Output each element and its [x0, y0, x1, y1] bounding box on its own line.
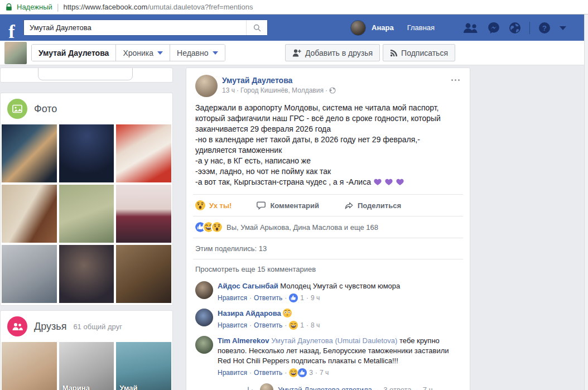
comment-reply-link[interactable]: Ответить: [254, 320, 282, 330]
photo-grid: [1, 124, 172, 303]
post-time[interactable]: 13 ч: [222, 86, 235, 94]
comment-like-link[interactable]: Нравится: [218, 320, 247, 330]
reactions-row: Вы, Умай Арыкова, Дина Маслова и еще 168: [193, 216, 463, 238]
friend-name[interactable]: Умай Арыкова: [119, 384, 171, 390]
header-profile-link[interactable]: Анара: [372, 23, 394, 32]
post-text-line: -но в календаре нет такой даты, в 2026 г…: [195, 134, 461, 156]
friends-section-header[interactable]: Друзья 61 общий друг: [1, 311, 172, 342]
photo-thumbnail[interactable]: [59, 245, 114, 303]
friend-tile[interactable]: Марина Мирошник: [59, 342, 114, 390]
svg-text:?: ?: [542, 23, 547, 32]
comment-time[interactable]: 7 ч: [320, 368, 329, 378]
comment-reaction-count[interactable]: 3: [309, 368, 313, 378]
post-card: Умутай Даулетова 13 ч · Город Кишинёв, М…: [186, 68, 470, 390]
comment-mention-link[interactable]: Умутай Даулетова (Umutai Dauletova): [271, 336, 397, 345]
notifications-globe-icon: [508, 21, 522, 35]
photo-thumbnail[interactable]: [116, 185, 171, 243]
timeline-tab-label: Хроника: [123, 49, 153, 57]
photo-thumbnail[interactable]: [2, 124, 57, 182]
comment-avatar[interactable]: [195, 336, 213, 354]
share-label: Поделиться: [358, 201, 401, 210]
like-reaction-icon[interactable]: [298, 368, 307, 377]
reply-arrow-icon: [247, 386, 256, 390]
sort-dropdown[interactable]: Недавно: [170, 45, 225, 61]
comment: Tim Almerekov Умутай Даулетова (Umutai D…: [195, 336, 461, 390]
haha-reaction-icon[interactable]: [289, 368, 298, 377]
photo-thumbnail[interactable]: [59, 124, 114, 182]
flushed-emoji-icon: [283, 309, 292, 317]
url-text[interactable]: https://www.facebook.com/umutai.dauletov…: [63, 3, 253, 11]
sidebar-stub-box: [38, 68, 133, 80]
comment-time[interactable]: 9 ч: [311, 293, 320, 303]
url-path: /umutai.dauletova?fref=mentions: [147, 3, 253, 11]
comment-time[interactable]: 8 ч: [311, 320, 320, 330]
browser-address-bar[interactable]: Надежный | https://www.facebook.com/umut…: [0, 0, 588, 15]
comment-like-link[interactable]: Нравится: [218, 293, 247, 303]
comment-author-link[interactable]: Айдос Сагынбай: [218, 282, 278, 290]
header-right: Анара Главная ?: [350, 15, 567, 41]
photo-thumbnail[interactable]: [116, 124, 171, 182]
reaction-badges[interactable]: [195, 222, 220, 232]
reply-time[interactable]: 7 ч: [423, 385, 433, 390]
main-column: Умутай Даулетова 13 ч · Город Кишинёв, М…: [186, 68, 470, 390]
timeline-tab[interactable]: Хроника: [116, 45, 170, 61]
follow-button[interactable]: Подписаться: [383, 44, 455, 61]
messenger-button[interactable]: [487, 21, 500, 35]
photo-thumbnail[interactable]: [59, 185, 114, 243]
photos-section-header[interactable]: Фото: [1, 93, 172, 124]
comment-reaction-count[interactable]: 1: [300, 320, 304, 330]
meta-dot: ·: [377, 385, 379, 390]
comment-author-link[interactable]: Назира Айдарова: [218, 309, 281, 317]
photo-thumbnail[interactable]: [2, 245, 57, 303]
profile-nav-avatar[interactable]: [4, 42, 27, 64]
post-author-avatar[interactable]: [195, 75, 218, 97]
search-button[interactable]: [246, 20, 267, 35]
like-reaction-icon[interactable]: [289, 293, 298, 302]
friend-requests-icon: [462, 22, 479, 34]
reactions-summary[interactable]: Вы, Умай Арыкова, Дина Маслова и еще 168: [226, 223, 378, 232]
reply-thread-row[interactable]: Умутай Даулетова ответила · 3 ответа · 7…: [247, 383, 461, 390]
header-home-link[interactable]: Главная: [407, 23, 435, 32]
account-menu-button[interactable]: [559, 25, 567, 31]
comment-author-link[interactable]: Tim Almerekov: [218, 336, 269, 345]
post-location-link[interactable]: Город Кишинёв, Молдавия: [240, 86, 324, 94]
post-text-line: -а вот так, Кыргызстан-страна чудес , а …: [195, 177, 461, 187]
friend-tile[interactable]: Нурай Марс: [2, 342, 57, 390]
reply-author-link[interactable]: Умутай Даулетова ответила: [278, 385, 372, 390]
friend-tile[interactable]: Умай Арыкова: [116, 342, 171, 390]
friend-name[interactable]: Марина Мирошник: [62, 384, 114, 390]
shares-row[interactable]: Этим поделились: 13: [193, 238, 463, 259]
add-friend-button[interactable]: Добавить в друзья: [285, 44, 380, 61]
wow-reaction-button[interactable]: Ух ты!: [195, 200, 232, 210]
comment-like-link[interactable]: Нравится: [218, 368, 247, 378]
meta-dot: ·: [315, 368, 317, 378]
notifications-button[interactable]: [508, 21, 522, 35]
comment-button[interactable]: Комментарий: [256, 200, 319, 210]
haha-reaction-icon[interactable]: [289, 321, 298, 330]
view-more-comments-link[interactable]: Просмотреть еще 15 комментариев: [195, 264, 461, 277]
share-button[interactable]: Поделиться: [344, 200, 401, 210]
purple-heart-icon: [384, 177, 393, 186]
post-options-button[interactable]: [449, 77, 462, 83]
post-author-link[interactable]: Умутай Даулетова: [222, 76, 336, 85]
comment-avatar[interactable]: [195, 309, 213, 326]
search-input[interactable]: [24, 23, 246, 32]
comment-reply-link[interactable]: Ответить: [254, 368, 282, 378]
reply-avatar[interactable]: [260, 383, 273, 390]
meta-dot: ·: [306, 320, 309, 330]
photo-thumbnail[interactable]: [2, 185, 57, 243]
secure-lock-icon: [6, 3, 12, 11]
comment-reply-link[interactable]: Ответить: [254, 293, 282, 303]
friend-requests-button[interactable]: [462, 22, 479, 34]
help-button[interactable]: ?: [538, 21, 551, 35]
scrollbar[interactable]: [584, 15, 588, 390]
facebook-logo[interactable]: f: [0, 15, 23, 41]
comment-avatar[interactable]: [195, 281, 213, 299]
meta-dot: ·: [285, 368, 287, 378]
photo-thumbnail[interactable]: [116, 245, 171, 303]
reply-count[interactable]: 3 ответа: [383, 385, 411, 390]
friends-card: Друзья 61 общий друг Нурай Марс Марина М…: [0, 310, 173, 390]
profile-name-tab[interactable]: Умутай Даулетова: [32, 45, 116, 61]
comment-reaction-count[interactable]: 1: [300, 293, 304, 303]
header-avatar[interactable]: [350, 20, 366, 36]
